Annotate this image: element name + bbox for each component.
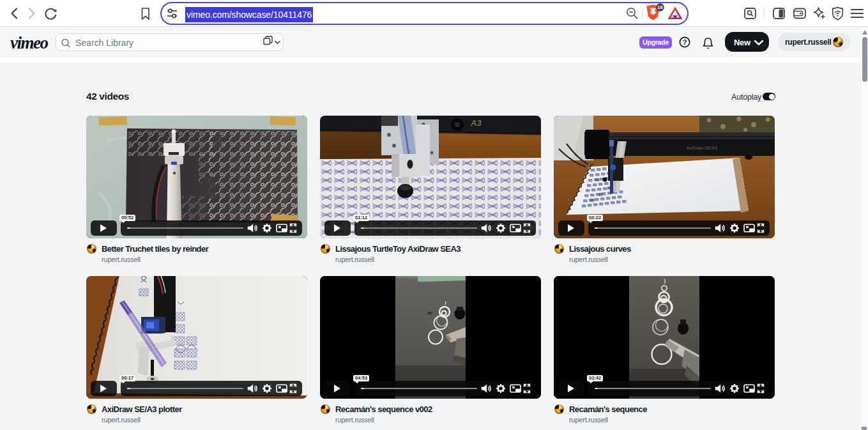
- svg-text:A3: A3: [470, 118, 482, 128]
- svg-text:?: ?: [683, 38, 687, 46]
- svg-text:16: 16: [657, 4, 663, 10]
- svg-text:AxiDraw SE/A3: AxiDraw SE/A3: [687, 146, 717, 150]
